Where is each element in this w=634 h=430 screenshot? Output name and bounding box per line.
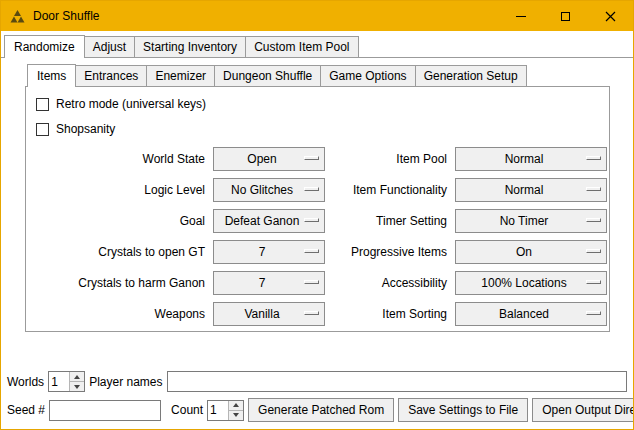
logic-level-label: Logic Level bbox=[30, 183, 208, 197]
tab-enemizer[interactable]: Enemizer bbox=[146, 65, 215, 86]
menu-indicator-icon bbox=[586, 187, 601, 191]
worlds-spinbox bbox=[48, 371, 85, 392]
accessibility-dropdown[interactable]: 100% Locations bbox=[455, 271, 607, 295]
generate-patched-rom-button[interactable]: Generate Patched Rom bbox=[248, 398, 394, 422]
dropdown-value: Balanced bbox=[499, 307, 563, 321]
dropdown-value: Normal bbox=[505, 152, 558, 166]
dropdown-value: Defeat Ganon bbox=[225, 214, 314, 228]
arrow-up-icon bbox=[74, 375, 80, 379]
door-shuffle-window: Door Shuffle Randomize Adjust Starting I… bbox=[0, 0, 634, 430]
seed-input[interactable] bbox=[49, 400, 161, 421]
shopsanity-checkbox[interactable]: Shopsanity bbox=[36, 122, 605, 136]
seed-row: Seed # Count Generate Patched Rom Save S… bbox=[7, 398, 627, 422]
outer-tab-bar: Randomize Adjust Starting Inventory Cust… bbox=[1, 31, 633, 58]
menu-indicator-icon bbox=[586, 218, 601, 222]
timer-setting-dropdown[interactable]: No Timer bbox=[455, 209, 607, 233]
checkbox-icon bbox=[36, 98, 49, 111]
randomize-pane: Items Entrances Enemizer Dungeon Shuffle… bbox=[1, 64, 633, 332]
crystals-open-gt-dropdown[interactable]: 7 bbox=[213, 240, 325, 264]
worlds-spin-arrows bbox=[69, 372, 84, 391]
worlds-row: Worlds Player names bbox=[7, 371, 627, 392]
close-button[interactable] bbox=[588, 1, 633, 31]
player-names-input[interactable] bbox=[167, 371, 628, 392]
seed-label: Seed # bbox=[7, 403, 45, 417]
count-spinbox bbox=[207, 400, 244, 421]
goal-label: Goal bbox=[30, 214, 208, 228]
inner-notebook: Items Entrances Enemizer Dungeon Shuffle… bbox=[25, 64, 610, 332]
player-names-label: Player names bbox=[89, 375, 162, 389]
tab-randomize[interactable]: Randomize bbox=[4, 35, 85, 58]
tab-entrances[interactable]: Entrances bbox=[75, 65, 147, 86]
tab-custom-item-pool[interactable]: Custom Item Pool bbox=[245, 36, 358, 57]
crystals-open-gt-label: Crystals to open GT bbox=[30, 245, 208, 259]
tab-dungeon-shuffle[interactable]: Dungeon Shuffle bbox=[214, 65, 321, 86]
close-icon bbox=[605, 11, 616, 22]
count-input[interactable] bbox=[208, 401, 228, 420]
spin-up-button[interactable] bbox=[70, 372, 84, 381]
menu-indicator-icon bbox=[586, 311, 601, 315]
maximize-button[interactable] bbox=[543, 1, 588, 31]
retro-mode-label: Retro mode (universal keys) bbox=[56, 97, 206, 111]
items-pane: Retro mode (universal keys) Shopsanity W… bbox=[25, 86, 610, 332]
spin-down-button[interactable] bbox=[70, 381, 84, 391]
world-state-dropdown[interactable]: Open bbox=[213, 147, 325, 171]
spin-down-button[interactable] bbox=[229, 410, 243, 420]
menu-indicator-icon bbox=[586, 156, 601, 160]
dropdown-value: No Timer bbox=[500, 214, 563, 228]
spin-up-button[interactable] bbox=[229, 401, 243, 410]
item-pool-label: Item Pool bbox=[330, 152, 450, 166]
item-pool-dropdown[interactable]: Normal bbox=[455, 147, 607, 171]
item-sorting-dropdown[interactable]: Balanced bbox=[455, 302, 607, 326]
crystals-harm-ganon-label: Crystals to harm Ganon bbox=[30, 276, 208, 290]
logic-level-dropdown[interactable]: No Glitches bbox=[213, 178, 325, 202]
tab-starting-inventory[interactable]: Starting Inventory bbox=[134, 36, 246, 57]
weapons-label: Weapons bbox=[30, 307, 208, 321]
bottom-controls: Worlds Player names Seed # Count bbox=[7, 371, 627, 422]
dropdown-value: Normal bbox=[505, 183, 558, 197]
crystals-harm-ganon-dropdown[interactable]: 7 bbox=[213, 271, 325, 295]
item-functionality-dropdown[interactable]: Normal bbox=[455, 178, 607, 202]
tab-items[interactable]: Items bbox=[27, 64, 76, 87]
item-sorting-label: Item Sorting bbox=[330, 307, 450, 321]
weapons-dropdown[interactable]: Vanilla bbox=[213, 302, 325, 326]
window-title: Door Shuffle bbox=[33, 9, 100, 23]
menu-indicator-icon bbox=[304, 156, 319, 160]
count-label: Count bbox=[171, 403, 203, 417]
dropdown-value: Open bbox=[247, 152, 290, 166]
tab-game-options[interactable]: Game Options bbox=[320, 65, 415, 86]
count-spin-arrows bbox=[228, 401, 243, 420]
tab-generation-setup[interactable]: Generation Setup bbox=[415, 65, 527, 86]
progressive-items-dropdown[interactable]: On bbox=[455, 240, 607, 264]
dropdown-value: 100% Locations bbox=[481, 276, 580, 290]
caption-buttons bbox=[498, 1, 633, 31]
titlebar: Door Shuffle bbox=[1, 1, 633, 31]
minimize-button[interactable] bbox=[498, 1, 543, 31]
accessibility-label: Accessibility bbox=[330, 276, 450, 290]
arrow-down-icon bbox=[233, 413, 239, 417]
menu-indicator-icon bbox=[304, 311, 319, 315]
open-output-directory-button[interactable]: Open Output Directory bbox=[532, 398, 634, 422]
arrow-down-icon bbox=[74, 385, 80, 389]
menu-indicator-icon bbox=[304, 249, 319, 253]
goal-dropdown[interactable]: Defeat Ganon bbox=[213, 209, 325, 233]
minimize-icon bbox=[516, 16, 526, 17]
item-functionality-label: Item Functionality bbox=[330, 183, 450, 197]
dropdown-value: No Glitches bbox=[231, 183, 307, 197]
menu-indicator-icon bbox=[304, 280, 319, 284]
save-settings-button[interactable]: Save Settings to File bbox=[398, 398, 528, 422]
options-grid: World State Open Item Pool Normal Logic … bbox=[30, 147, 605, 326]
dropdown-value: 7 bbox=[259, 245, 280, 259]
inner-tab-bar: Items Entrances Enemizer Dungeon Shuffle… bbox=[25, 64, 610, 86]
worlds-input[interactable] bbox=[49, 372, 69, 391]
menu-indicator-icon bbox=[304, 187, 319, 191]
maximize-icon bbox=[561, 12, 570, 21]
shopsanity-label: Shopsanity bbox=[56, 122, 115, 136]
worlds-label: Worlds bbox=[7, 375, 44, 389]
dropdown-value: 7 bbox=[259, 276, 280, 290]
dropdown-value: Vanilla bbox=[244, 307, 293, 321]
tab-adjust[interactable]: Adjust bbox=[84, 36, 135, 57]
world-state-label: World State bbox=[30, 152, 208, 166]
menu-indicator-icon bbox=[304, 218, 319, 222]
menu-indicator-icon bbox=[586, 280, 601, 284]
retro-mode-checkbox[interactable]: Retro mode (universal keys) bbox=[36, 97, 605, 111]
